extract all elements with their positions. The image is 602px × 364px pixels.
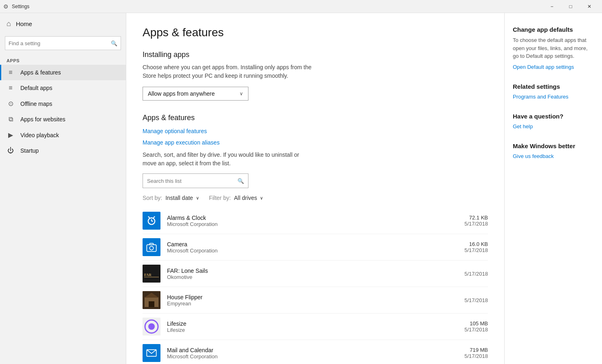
settings-icon: ⚙	[3, 3, 9, 10]
sort-chevron-icon: ∨	[195, 195, 199, 201]
app-date-mail: 5/17/2018	[464, 353, 488, 359]
table-row[interactable]: Lifesize Lifesize 105 MB 5/17/2018	[143, 314, 488, 340]
home-button[interactable]: ⌂ Home	[0, 13, 126, 35]
app-icon-camera	[143, 238, 160, 256]
table-row[interactable]: FAR FAR: Lone Sails Okomotive 5/17/2018	[143, 261, 488, 287]
related-settings-heading: Related settings	[513, 83, 594, 90]
app-name-camera: Camera	[167, 241, 464, 248]
offline-maps-icon: ⊙	[7, 100, 15, 107]
svg-text:FAR: FAR	[144, 273, 152, 277]
app-icon-far: FAR	[143, 265, 160, 283]
search-list-input[interactable]	[147, 178, 237, 184]
table-row[interactable]: Camera Microsoft Corporation 16.0 KB 5/1…	[143, 234, 488, 261]
app-size-mail: 719 MB	[464, 347, 488, 353]
sidebar: ⌂ Home 🔍 Apps ≡ Apps & features ≡ Defaul…	[0, 13, 126, 364]
find-search-icon: 🔍	[111, 40, 117, 46]
sidebar-item-offline-maps[interactable]: ⊙ Offline maps	[0, 96, 126, 112]
find-setting-input[interactable]	[9, 40, 111, 46]
sidebar-item-apps-websites[interactable]: ⧉ Apps for websites	[0, 112, 126, 127]
filter-description: Search, sort, and filter by drive. If yo…	[143, 151, 314, 168]
manage-aliases-link[interactable]: Manage app execution aliases	[143, 139, 488, 146]
dropdown-chevron-icon: ∨	[239, 91, 243, 96]
svg-line-4	[154, 217, 155, 218]
find-setting-search[interactable]: 🔍	[5, 36, 121, 50]
installing-apps-title: Installing apps	[143, 50, 488, 59]
close-button[interactable]: ✕	[580, 0, 599, 13]
sidebar-section-label: Apps	[0, 55, 126, 65]
apps-features-icon: ≡	[7, 69, 15, 76]
sidebar-item-label-video-playback: Video playback	[20, 132, 59, 138]
search-list-box[interactable]: 🔍	[143, 173, 248, 188]
sidebar-item-default-apps[interactable]: ≡ Default apps	[0, 80, 126, 96]
page-title: Apps & features	[143, 26, 488, 39]
main-content: Apps & features Installing apps Choose w…	[126, 13, 504, 364]
table-row[interactable]: Mail and Calendar Microsoft Corporation …	[143, 340, 488, 364]
app-publisher-lifesize: Lifesize	[167, 327, 464, 333]
programs-and-features-link[interactable]: Programs and Features	[513, 94, 569, 100]
app-info-far: FAR: Lone Sails Okomotive	[167, 268, 464, 280]
have-a-question-section: Have a question? Get help	[513, 113, 594, 129]
sidebar-item-label-apps-websites: Apps for websites	[20, 116, 66, 123]
maximize-button[interactable]: □	[561, 0, 580, 13]
sidebar-item-video-playback[interactable]: ▶ Video playback	[0, 127, 126, 143]
feedback-section: Make Windows better Give us feedback	[513, 143, 594, 159]
right-panel: Change app defaults To choose the defaul…	[504, 13, 602, 364]
sidebar-item-label-offline-maps: Offline maps	[20, 101, 52, 107]
app-icon-house	[143, 291, 160, 309]
get-help-link[interactable]: Get help	[513, 123, 533, 129]
table-row[interactable]: Alarms & Clock Microsoft Corporation 72.…	[143, 208, 488, 234]
manage-optional-features-link[interactable]: Manage optional features	[143, 128, 488, 134]
filter-label: Filter by:	[209, 195, 233, 201]
minimize-button[interactable]: −	[543, 0, 561, 13]
app-container: ⌂ Home 🔍 Apps ≡ Apps & features ≡ Defaul…	[0, 13, 602, 364]
app-list: Alarms & Clock Microsoft Corporation 72.…	[143, 208, 488, 364]
svg-point-16	[148, 323, 155, 330]
app-info-alarms: Alarms & Clock Microsoft Corporation	[167, 215, 464, 227]
filter-chevron-icon: ∨	[259, 195, 263, 201]
sort-label: Sort by:	[143, 195, 164, 201]
filter-by-control[interactable]: Filter by: All drives ∨	[209, 195, 263, 201]
dropdown-value: Allow apps from anywhere	[148, 90, 215, 97]
app-date-far: 5/17/2018	[464, 271, 488, 277]
app-publisher-far: Okomotive	[167, 274, 464, 280]
app-name-mail: Mail and Calendar	[167, 347, 464, 353]
app-info-lifesize: Lifesize Lifesize	[167, 320, 464, 333]
startup-icon: ⏻	[7, 147, 15, 154]
open-default-app-settings-link[interactable]: Open Default app settings	[513, 64, 574, 70]
titlebar: ⚙ Settings − □ ✕	[0, 0, 602, 13]
app-meta-camera: 16.0 KB 5/17/2018	[464, 241, 488, 253]
home-icon: ⌂	[7, 20, 11, 28]
app-info-mail: Mail and Calendar Microsoft Corporation	[167, 347, 464, 360]
video-playback-icon: ▶	[7, 131, 15, 139]
app-name-lifesize: Lifesize	[167, 320, 464, 327]
app-icon-alarms	[143, 212, 160, 230]
app-meta-alarms: 72.1 KB 5/17/2018	[464, 215, 488, 227]
installing-apps-desc: Choose where you can get apps from. Inst…	[143, 63, 326, 80]
svg-point-6	[149, 246, 153, 250]
app-name-far: FAR: Lone Sails	[167, 268, 464, 274]
apps-features-section-title: Apps & features	[143, 114, 488, 122]
app-date-camera: 5/17/2018	[464, 247, 488, 253]
related-settings-section: Related settings Programs and Features	[513, 83, 594, 100]
app-publisher-camera: Microsoft Corporation	[167, 248, 464, 254]
app-meta-lifesize: 105 MB 5/17/2018	[464, 320, 488, 333]
app-info-house: House Flipper Empyrean	[167, 294, 464, 307]
app-publisher-alarms: Microsoft Corporation	[167, 221, 464, 227]
table-row[interactable]: House Flipper Empyrean 5/17/2018	[143, 287, 488, 314]
feedback-heading: Make Windows better	[513, 143, 594, 149]
app-publisher-house: Empyrean	[167, 300, 464, 307]
sidebar-item-label-default-apps: Default apps	[20, 85, 53, 91]
sidebar-item-apps-features[interactable]: ≡ Apps & features	[0, 65, 126, 80]
install-source-dropdown[interactable]: Allow apps from anywhere ∨	[143, 87, 248, 101]
svg-rect-9	[144, 277, 159, 277]
sort-by-control[interactable]: Sort by: Install date ∨	[143, 195, 199, 201]
search-list-icon: 🔍	[237, 178, 244, 184]
svg-line-3	[148, 217, 150, 218]
give-feedback-link[interactable]: Give us feedback	[513, 153, 554, 159]
change-defaults-section: Change app defaults To choose the defaul…	[513, 26, 594, 70]
app-name-alarms: Alarms & Clock	[167, 215, 464, 221]
titlebar-title: Settings	[12, 4, 29, 9]
app-meta-far: 5/17/2018	[464, 271, 488, 277]
sidebar-item-startup[interactable]: ⏻ Startup	[0, 143, 126, 158]
sidebar-item-label-startup: Startup	[20, 147, 39, 154]
